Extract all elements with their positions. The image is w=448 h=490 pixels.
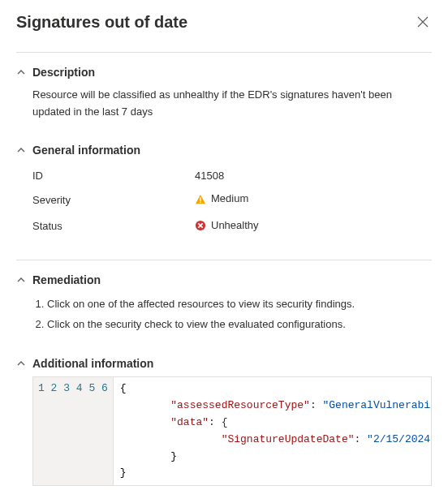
row-id: ID 41508: [32, 165, 432, 188]
description-body: Resource will be classified as unhealthy…: [16, 85, 432, 124]
svg-rect-1: [200, 201, 200, 202]
value: Medium: [211, 191, 248, 208]
error-icon: [195, 220, 206, 231]
chevron-up-icon: [16, 275, 26, 285]
section-description: Description Resource will be classified …: [16, 62, 432, 124]
section-title: Additional information: [32, 357, 153, 370]
divider: [16, 260, 432, 260]
code-content: { "assessedResourceType": "GeneralVulner…: [114, 377, 431, 485]
section-toggle-additional[interactable]: Additional information: [16, 354, 432, 376]
section-toggle-general[interactable]: General information: [16, 140, 432, 163]
section-toggle-description[interactable]: Description: [16, 62, 432, 85]
remediation-step: Click on the security check to view the …: [47, 315, 432, 335]
remediation-steps: Click on one of the affected resources t…: [32, 294, 432, 335]
label: Status: [32, 214, 195, 240]
value: 41508: [195, 165, 432, 188]
section-title: Description: [32, 66, 95, 79]
chevron-up-icon: [16, 145, 26, 155]
section-toggle-remediation[interactable]: Remediation: [16, 270, 432, 293]
remediation-step: Click on one of the affected resources t…: [47, 294, 432, 315]
value: Unhealthy: [211, 217, 259, 234]
json-code-block: 1 2 3 4 5 6 { "assessedResourceType": "G…: [32, 376, 432, 486]
close-button[interactable]: [414, 13, 432, 32]
section-title: Remediation: [32, 273, 101, 286]
label: ID: [32, 165, 195, 188]
section-remediation: Remediation Click on one of the affected…: [16, 270, 432, 338]
warning-icon: [195, 194, 206, 205]
close-icon: [417, 16, 429, 28]
section-title: General information: [32, 144, 140, 157]
section-general: General information ID 41508 Severity Me…: [16, 140, 432, 243]
chevron-up-icon: [16, 359, 26, 368]
divider: [16, 52, 432, 53]
section-additional: Additional information 1 2 3 4 5 6 { "as…: [16, 354, 432, 486]
row-severity: Severity Medium: [32, 187, 432, 213]
svg-rect-0: [200, 197, 200, 200]
row-status: Status Unhealthy: [32, 214, 432, 240]
general-info-table: ID 41508 Severity Medium Status Unhealth…: [32, 165, 432, 240]
line-gutter: 1 2 3 4 5 6: [33, 377, 114, 485]
chevron-up-icon: [16, 67, 26, 77]
page-title: Signatures out of date: [16, 13, 187, 32]
label: Severity: [32, 187, 195, 213]
